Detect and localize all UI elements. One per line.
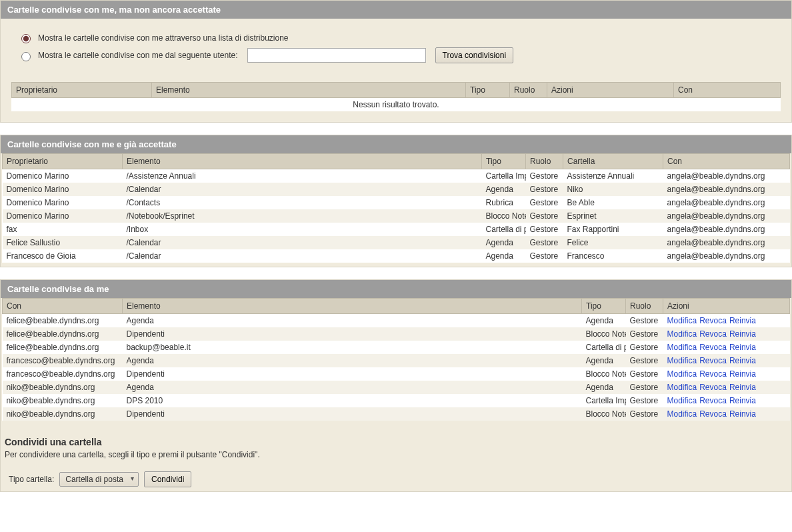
cell-ruolo: Gestore xyxy=(526,236,563,249)
reinvia-link[interactable]: Reinvia xyxy=(729,356,756,365)
reinvia-link[interactable]: Reinvia xyxy=(729,329,756,339)
cell-elemento: /Inbox xyxy=(123,223,482,236)
cell-ruolo: Gestore xyxy=(526,183,563,196)
revoca-link[interactable]: Revoca xyxy=(699,343,727,352)
table-row[interactable]: francesco@beable.dyndns.orgDipendentiBlo… xyxy=(3,367,790,381)
col-ruolo[interactable]: Ruolo xyxy=(510,83,547,98)
cell-tipo: Cartella di p xyxy=(582,341,626,354)
share-button[interactable]: Condividi xyxy=(144,471,191,487)
accepted-table-header-row: Proprietario Elemento Tipo Ruolo Cartell… xyxy=(3,154,790,169)
col-proprietario[interactable]: Proprietario xyxy=(12,83,152,98)
modifica-link[interactable]: Modifica xyxy=(667,369,697,379)
cell-con: angela@beable.dyndns.org xyxy=(663,223,790,236)
revoca-link[interactable]: Revoca xyxy=(699,329,727,339)
reinvia-link[interactable]: Reinvia xyxy=(729,316,756,325)
cell-ruolo: Gestore xyxy=(526,223,563,236)
revoca-link[interactable]: Revoca xyxy=(699,396,727,405)
share-folder-heading: Condividi una cartella xyxy=(5,437,787,447)
cell-elemento: /Calendar xyxy=(123,249,482,263)
share-folder-section: Condividi una cartella Per condividere u… xyxy=(1,425,791,491)
cell-elemento: /Calendar xyxy=(123,183,482,196)
cell-ruolo: Gestore xyxy=(626,354,663,367)
cell-azioni: ModificaRevocaReinvia xyxy=(663,341,790,354)
col-tipo[interactable]: Tipo xyxy=(466,83,510,98)
table-row[interactable]: Domenico Marino/Assistenze AnnualiCartel… xyxy=(3,169,790,183)
col-proprietario[interactable]: Proprietario xyxy=(3,154,123,169)
cell-ruolo: Gestore xyxy=(626,394,663,407)
cell-elemento: Agenda xyxy=(123,381,582,394)
modifica-link[interactable]: Modifica xyxy=(667,316,697,325)
radio-distribution-list[interactable] xyxy=(21,34,31,43)
radio-distribution-label: Mostra le cartelle condivise con me attr… xyxy=(38,33,289,43)
col-elemento[interactable]: Elemento xyxy=(123,299,582,314)
col-azioni[interactable]: Azioni xyxy=(663,299,790,314)
table-row[interactable]: niko@beable.dyndns.orgDPS 2010Cartella I… xyxy=(3,394,790,407)
col-elemento[interactable]: Elemento xyxy=(123,154,482,169)
pending-shares-panel: Cartelle condivise con me, ma non ancora… xyxy=(0,0,792,123)
reinvia-link[interactable]: Reinvia xyxy=(729,396,756,405)
find-shares-button[interactable]: Trova condivisioni xyxy=(435,47,514,63)
revoca-link[interactable]: Revoca xyxy=(699,356,727,365)
accepted-shares-table: Proprietario Elemento Tipo Ruolo Cartell… xyxy=(2,153,790,263)
cell-con: angela@beable.dyndns.org xyxy=(663,209,790,223)
reinvia-link[interactable]: Reinvia xyxy=(729,383,756,392)
cell-cartella: Francesco xyxy=(563,249,663,263)
modifica-link[interactable]: Modifica xyxy=(667,396,697,405)
cell-proprietario: Domenico Marino xyxy=(3,196,123,209)
cell-proprietario: Felice Sallustio xyxy=(3,236,123,249)
reinvia-link[interactable]: Reinvia xyxy=(729,369,756,379)
modifica-link[interactable]: Modifica xyxy=(667,409,697,419)
col-con[interactable]: Con xyxy=(663,154,790,169)
radio-from-user[interactable] xyxy=(21,52,31,61)
cell-ruolo: Gestore xyxy=(626,381,663,394)
cell-ruolo: Gestore xyxy=(526,209,563,223)
cell-con: felice@beable.dyndns.org xyxy=(3,341,123,354)
col-azioni[interactable]: Azioni xyxy=(547,83,674,98)
col-tipo[interactable]: Tipo xyxy=(582,299,626,314)
table-row[interactable]: francesco@beable.dyndns.orgAgendaAgendaG… xyxy=(3,354,790,367)
col-ruolo[interactable]: Ruolo xyxy=(526,154,563,169)
table-row[interactable]: felice@beable.dyndns.orgbackup@beable.it… xyxy=(3,341,790,354)
cell-ruolo: Gestore xyxy=(526,169,563,183)
share-type-label: Tipo cartella: xyxy=(9,475,54,484)
cell-cartella: Esprinet xyxy=(563,209,663,223)
cell-tipo: Agenda xyxy=(482,249,526,263)
from-user-input[interactable] xyxy=(247,48,426,63)
cell-elemento: Dipendenti xyxy=(123,367,582,381)
cell-tipo: Agenda xyxy=(582,354,626,367)
cell-elemento: /Contacts xyxy=(123,196,482,209)
cell-con: angela@beable.dyndns.org xyxy=(663,249,790,263)
col-ruolo[interactable]: Ruolo xyxy=(626,299,663,314)
cell-tipo: Rubrica xyxy=(482,196,526,209)
table-row[interactable]: felice@beable.dyndns.orgDipendentiBlocco… xyxy=(3,327,790,341)
modifica-link[interactable]: Modifica xyxy=(667,356,697,365)
modifica-link[interactable]: Modifica xyxy=(667,383,697,392)
col-cartella[interactable]: Cartella xyxy=(563,154,663,169)
table-row[interactable]: Francesco de Gioia/CalendarAgendaGestore… xyxy=(3,249,790,263)
col-con[interactable]: Con xyxy=(3,299,123,314)
table-row[interactable]: niko@beable.dyndns.orgAgendaAgendaGestor… xyxy=(3,381,790,394)
table-row[interactable]: fax/InboxCartella di pGestoreFax Rapport… xyxy=(3,223,790,236)
no-results-row: Nessun risultato trovato. xyxy=(12,98,781,112)
revoca-link[interactable]: Revoca xyxy=(699,369,727,379)
col-elemento[interactable]: Elemento xyxy=(152,83,466,98)
table-row[interactable]: Domenico Marino/ContactsRubricaGestoreBe… xyxy=(3,196,790,209)
radio-from-user-label: Mostra le cartelle condivise con me dal … xyxy=(38,51,238,60)
revoca-link[interactable]: Revoca xyxy=(699,383,727,392)
revoca-link[interactable]: Revoca xyxy=(699,316,727,325)
table-row[interactable]: felice@beable.dyndns.orgAgendaAgendaGest… xyxy=(3,314,790,328)
modifica-link[interactable]: Modifica xyxy=(667,329,697,339)
share-type-select[interactable]: Cartella di posta xyxy=(59,472,139,487)
table-row[interactable]: niko@beable.dyndns.orgDipendentiBlocco N… xyxy=(3,407,790,421)
reinvia-link[interactable]: Reinvia xyxy=(729,343,756,352)
cell-azioni: ModificaRevocaReinvia xyxy=(663,327,790,341)
table-row[interactable]: Domenico Marino/Notebook/EsprinetBlocco … xyxy=(3,209,790,223)
col-tipo[interactable]: Tipo xyxy=(482,154,526,169)
cell-ruolo: Gestore xyxy=(626,327,663,341)
modifica-link[interactable]: Modifica xyxy=(667,343,697,352)
revoca-link[interactable]: Revoca xyxy=(699,409,727,419)
col-con[interactable]: Con xyxy=(674,83,781,98)
table-row[interactable]: Domenico Marino/CalendarAgendaGestoreNik… xyxy=(3,183,790,196)
reinvia-link[interactable]: Reinvia xyxy=(729,409,756,419)
table-row[interactable]: Felice Sallustio/CalendarAgendaGestoreFe… xyxy=(3,236,790,249)
